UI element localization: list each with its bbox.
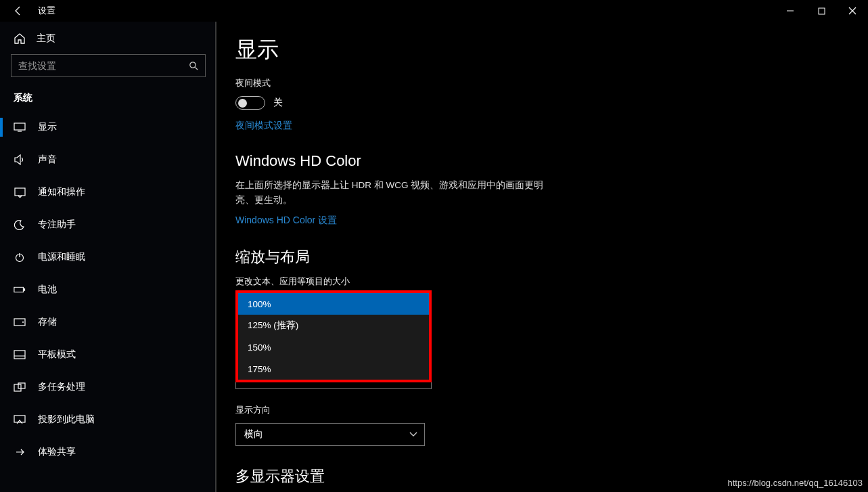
sidebar-item-storage[interactable]: 存储 bbox=[0, 306, 216, 338]
tablet-icon bbox=[14, 349, 26, 361]
sidebar-item-label: 多任务处理 bbox=[38, 381, 85, 393]
night-mode-state: 关 bbox=[273, 97, 283, 109]
sidebar-item-notifications[interactable]: 通知和操作 bbox=[0, 176, 216, 208]
svg-rect-11 bbox=[18, 383, 25, 388]
sidebar-item-label: 投影到此电脑 bbox=[38, 413, 95, 426]
back-button[interactable] bbox=[11, 3, 26, 18]
speaker-icon bbox=[14, 154, 26, 166]
multitask-icon bbox=[14, 381, 26, 393]
page-title: 显示 bbox=[235, 35, 649, 65]
sidebar-home-label: 主页 bbox=[37, 32, 55, 45]
app-title: 设置 bbox=[38, 5, 55, 17]
sidebar-item-label: 显示 bbox=[38, 121, 57, 133]
scale-dropdown-tail bbox=[235, 382, 432, 389]
sidebar-item-label: 声音 bbox=[38, 154, 57, 166]
scale-option-100[interactable]: 100% bbox=[238, 293, 429, 315]
orientation-value: 横向 bbox=[244, 428, 263, 441]
sidebar-item-label: 平板模式 bbox=[38, 349, 76, 361]
sidebar-item-focus-assist[interactable]: 专注助手 bbox=[0, 208, 216, 241]
minimize-button[interactable] bbox=[775, 0, 806, 22]
hd-color-heading: Windows HD Color bbox=[235, 152, 649, 170]
search-input[interactable] bbox=[18, 60, 181, 71]
orientation-label: 显示方向 bbox=[235, 404, 649, 416]
orientation-select[interactable]: 横向 bbox=[235, 423, 425, 446]
scale-option-175[interactable]: 175% bbox=[238, 358, 429, 380]
battery-icon bbox=[14, 284, 26, 296]
title-bar: 设置 bbox=[0, 0, 868, 22]
sidebar-item-battery[interactable]: 电池 bbox=[0, 273, 216, 306]
scale-layout-heading: 缩放与布局 bbox=[235, 247, 649, 267]
svg-rect-2 bbox=[14, 123, 25, 130]
sidebar-item-shared[interactable]: 体验共享 bbox=[0, 436, 216, 468]
svg-rect-3 bbox=[15, 188, 25, 196]
search-icon bbox=[189, 61, 198, 70]
svg-rect-10 bbox=[14, 384, 21, 391]
svg-point-1 bbox=[190, 62, 196, 68]
sidebar: 主页 系统 显示 bbox=[0, 22, 216, 492]
svg-rect-12 bbox=[14, 416, 25, 422]
power-icon bbox=[14, 251, 26, 263]
main-content: 显示 夜间模式 关 夜间模式设置 Windows HD Color 在上面所选择… bbox=[216, 22, 868, 492]
hd-color-settings-link[interactable]: Windows HD Color 设置 bbox=[235, 215, 337, 227]
sidebar-group-label: 系统 bbox=[0, 88, 216, 111]
multi-display-heading: 多显示器设置 bbox=[235, 466, 649, 487]
sidebar-item-display[interactable]: 显示 bbox=[0, 111, 216, 143]
sidebar-item-label: 体验共享 bbox=[38, 446, 76, 458]
svg-rect-5 bbox=[14, 287, 24, 292]
project-icon bbox=[14, 413, 26, 426]
storage-icon bbox=[14, 316, 26, 328]
sidebar-item-multitask[interactable]: 多任务处理 bbox=[0, 371, 216, 403]
svg-rect-9 bbox=[14, 351, 25, 359]
home-icon bbox=[14, 32, 26, 45]
sidebar-item-label: 电源和睡眠 bbox=[38, 251, 85, 263]
scale-option-125[interactable]: 125% (推荐) bbox=[238, 315, 429, 336]
scale-field-label: 更改文本、应用等项目的大小 bbox=[235, 275, 649, 288]
notification-icon bbox=[14, 186, 26, 198]
sidebar-item-projecting[interactable]: 投影到此电脑 bbox=[0, 403, 216, 436]
close-button[interactable] bbox=[837, 0, 868, 22]
svg-rect-6 bbox=[24, 288, 25, 291]
sidebar-item-label: 专注助手 bbox=[38, 219, 76, 231]
sidebar-item-label: 通知和操作 bbox=[38, 186, 85, 198]
chevron-down-icon bbox=[409, 432, 417, 437]
sidebar-item-label: 电池 bbox=[38, 284, 57, 296]
share-icon bbox=[14, 446, 26, 458]
scale-option-150[interactable]: 150% bbox=[238, 336, 429, 358]
sidebar-item-sound[interactable]: 声音 bbox=[0, 143, 216, 176]
sidebar-item-tablet[interactable]: 平板模式 bbox=[0, 338, 216, 371]
svg-point-8 bbox=[22, 321, 24, 323]
night-mode-label: 夜间模式 bbox=[235, 77, 649, 89]
sidebar-item-power[interactable]: 电源和睡眠 bbox=[0, 241, 216, 273]
search-box[interactable] bbox=[11, 54, 206, 77]
sidebar-home[interactable]: 主页 bbox=[0, 27, 216, 54]
hd-color-description: 在上面所选择的显示器上让 HDR 和 WCG 视频、游戏和应用中的画面更明亮、更… bbox=[235, 178, 547, 207]
scale-dropdown-open[interactable]: 100% 125% (推荐) 150% 175% bbox=[235, 290, 432, 382]
svg-rect-0 bbox=[819, 8, 825, 14]
watermark-text: https://blog.csdn.net/qq_16146103 bbox=[728, 478, 863, 488]
moon-icon bbox=[14, 219, 26, 231]
night-mode-settings-link[interactable]: 夜间模式设置 bbox=[235, 120, 292, 132]
monitor-icon bbox=[14, 121, 26, 133]
night-mode-toggle[interactable] bbox=[235, 96, 265, 110]
sidebar-item-label: 存储 bbox=[38, 316, 57, 328]
maximize-button[interactable] bbox=[806, 0, 837, 22]
